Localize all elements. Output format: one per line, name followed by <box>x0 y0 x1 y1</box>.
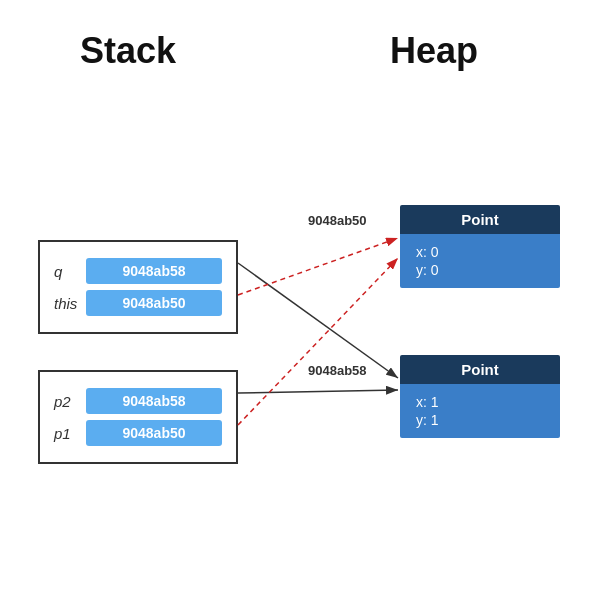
svg-line-2 <box>238 390 398 393</box>
heap-box-1-title: Point <box>400 205 560 234</box>
stack-label-q: q <box>54 263 86 280</box>
stack-frame-q-this: q 9048ab58 this 9048ab50 <box>38 240 238 334</box>
heap-box-2-body: x: 1 y: 1 <box>400 384 560 438</box>
stack-value-p1: 9048ab50 <box>86 420 222 446</box>
heap-address-2: 9048ab58 <box>308 363 367 378</box>
stack-row-this: this 9048ab50 <box>54 290 222 316</box>
stack-row-p2: p2 9048ab58 <box>54 388 222 414</box>
stack-value-p2: 9048ab58 <box>86 388 222 414</box>
heap-address-1: 9048ab50 <box>308 213 367 228</box>
heap-box-2-field-1: y: 1 <box>416 412 544 428</box>
stack-label-p1: p1 <box>54 425 86 442</box>
heap-title: Heap <box>390 30 478 72</box>
stack-title: Stack <box>80 30 176 72</box>
heap-box-1-body: x: 0 y: 0 <box>400 234 560 288</box>
heap-box-1-field-0: x: 0 <box>416 244 544 260</box>
svg-line-1 <box>238 238 398 295</box>
heap-box-1: Point x: 0 y: 0 <box>400 205 560 288</box>
stack-label-this: this <box>54 295 86 312</box>
svg-line-3 <box>238 258 398 425</box>
stack-row-p1: p1 9048ab50 <box>54 420 222 446</box>
heap-box-2: Point x: 1 y: 1 <box>400 355 560 438</box>
stack-row-q: q 9048ab58 <box>54 258 222 284</box>
heap-box-1-field-1: y: 0 <box>416 262 544 278</box>
svg-line-0 <box>238 263 398 378</box>
heap-box-2-field-0: x: 1 <box>416 394 544 410</box>
stack-frame-p2-p1: p2 9048ab58 p1 9048ab50 <box>38 370 238 464</box>
stack-value-this: 9048ab50 <box>86 290 222 316</box>
stack-value-q: 9048ab58 <box>86 258 222 284</box>
stack-label-p2: p2 <box>54 393 86 410</box>
heap-box-2-title: Point <box>400 355 560 384</box>
